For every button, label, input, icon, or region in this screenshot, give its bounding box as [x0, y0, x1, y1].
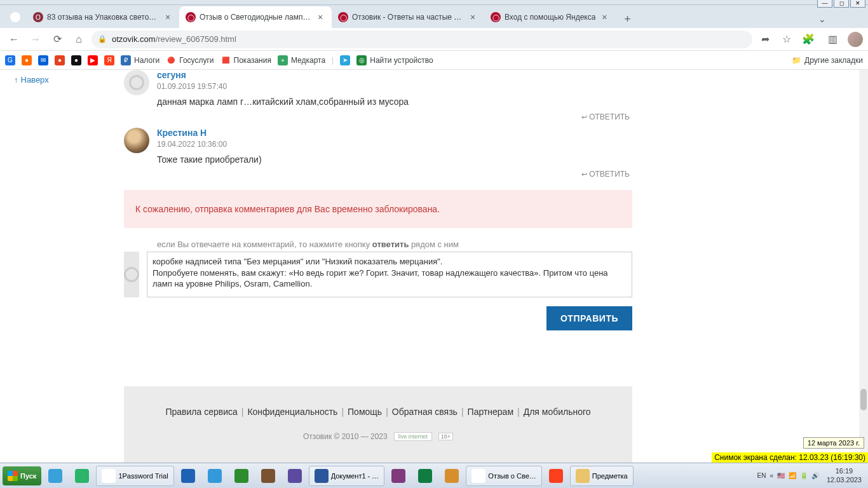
extensions-icon[interactable]: 🧩 — [799, 30, 817, 48]
comment-textarea[interactable] — [147, 252, 632, 297]
bookmark-item[interactable]: 🟥Показания — [220, 55, 271, 65]
taskbar-clock[interactable]: 16:19 12.03.2023 — [823, 467, 865, 484]
user-avatar[interactable] — [124, 70, 149, 95]
bookmark-favicon-icon: ₽ — [121, 55, 131, 65]
comment: Крестина Н 19.04.2022 10:36:00 Тоже таки… — [124, 128, 632, 166]
bookmark-item[interactable]: ▶ — [88, 55, 98, 65]
tab-title: Отзовик - Ответы на частые во… — [352, 13, 464, 22]
bookmark-star-icon[interactable]: ☆ — [778, 30, 796, 48]
bookmark-item[interactable]: ● — [22, 55, 32, 65]
tabs-dropdown-icon[interactable]: ⌄ — [815, 10, 830, 28]
tab-close-icon[interactable]: × — [163, 12, 173, 22]
tab-close-icon[interactable]: × — [315, 12, 325, 22]
window-minimize-button[interactable]: — — [817, 0, 832, 8]
page-footer: Правила сервиса|Конфиденциальность|Помощ… — [124, 386, 632, 463]
footer-link[interactable]: Помощь — [348, 407, 382, 417]
browser-tab[interactable]: G — [4, 6, 27, 28]
taskbar-app-icon — [102, 469, 116, 483]
taskbar-app-icon — [445, 469, 459, 483]
bookmark-item[interactable]: ● — [71, 55, 81, 65]
bookmark-item[interactable]: G — [5, 55, 15, 65]
footer-links: Правила сервиса|Конфиденциальность|Помощ… — [124, 407, 632, 417]
start-button[interactable]: Пуск — [3, 466, 41, 485]
footer-link[interactable]: Для мобильного — [524, 407, 591, 417]
navigation-bar: ← → ⟳ ⌂ 🔒 otzovik.com/review_6067509.htm… — [0, 28, 868, 51]
other-bookmarks[interactable]: 📁Другие закладки — [792, 56, 863, 65]
submit-button[interactable]: ОТПРАВИТЬ — [546, 306, 632, 330]
bookmark-item[interactable]: Я — [104, 55, 114, 65]
taskbar-item[interactable] — [282, 466, 308, 486]
page-scrollbar[interactable] — [859, 70, 868, 463]
browser-tab[interactable]: O83 отзыва на Упаковка светоди…× — [27, 6, 179, 28]
taskbar-app-icon — [181, 469, 195, 483]
language-indicator[interactable]: EN — [757, 472, 766, 479]
taskbar-item[interactable]: Предметка — [570, 466, 634, 486]
scrollbar-thumb[interactable] — [860, 389, 867, 410]
bookmark-item[interactable]: ✉ — [38, 55, 48, 65]
taskbar-item[interactable] — [175, 466, 201, 486]
taskbar-item[interactable] — [412, 466, 438, 486]
tab-close-icon[interactable]: × — [599, 12, 609, 22]
taskbar-app-icon — [418, 469, 432, 483]
back-button[interactable]: ← — [5, 30, 23, 48]
tray-chevron-icon[interactable]: « — [770, 472, 773, 479]
bookmark-item[interactable]: 🔴Госуслуги — [166, 55, 214, 65]
footer-link[interactable]: Конфиденциальность — [247, 407, 337, 417]
window-close-button[interactable]: ✕ — [850, 0, 865, 8]
user-avatar[interactable] — [124, 128, 149, 153]
new-tab-button[interactable]: + — [618, 10, 636, 28]
reload-button[interactable]: ⟳ — [48, 30, 66, 48]
bookmark-favicon-icon: ✉ — [38, 55, 48, 65]
browser-tab[interactable]: ◯Отзыв о Светодиодные лампы F× — [179, 6, 332, 28]
window-maximize-button[interactable]: ◻ — [834, 0, 849, 8]
reply-link[interactable]: ОТВЕТИТЬ — [124, 112, 632, 121]
comment-username[interactable]: Крестина Н — [157, 128, 632, 138]
forward-button[interactable]: → — [27, 30, 44, 48]
share-icon[interactable]: ➦ — [756, 30, 774, 48]
bookmark-favicon-icon: Я — [104, 55, 114, 65]
date-tooltip: 12 марта 2023 г. — [803, 437, 864, 449]
taskbar-item[interactable] — [386, 466, 411, 486]
taskbar-app-icon — [576, 469, 590, 483]
address-bar[interactable]: 🔒 otzovik.com/review_6067509.html — [92, 30, 752, 48]
window-titlebar: — ◻ ✕ — [0, 0, 868, 5]
taskbar-item[interactable] — [202, 466, 227, 486]
bookmark-item[interactable]: ➤ — [340, 55, 350, 65]
volume-icon[interactable]: 🔊 — [811, 472, 819, 479]
folder-icon: 📁 — [792, 56, 801, 65]
taskbar-item[interactable] — [543, 466, 569, 486]
taskbar-item[interactable] — [255, 466, 281, 486]
browser-tab[interactable]: ◯Отзовик - Ответы на частые во…× — [332, 6, 484, 28]
profile-avatar-icon[interactable] — [848, 32, 863, 47]
taskbar-item[interactable] — [69, 466, 95, 486]
taskbar-item[interactable]: 1Password Trial — [96, 466, 173, 486]
bookmark-item[interactable]: ＋Медкарта — [278, 55, 325, 65]
reply-link[interactable]: ОТВЕТИТЬ — [124, 170, 632, 179]
footer-link[interactable]: Партнерам — [468, 407, 513, 417]
flag-icon[interactable]: 🇺🇸 — [777, 472, 785, 479]
scroll-to-top-link[interactable]: ↑ Наверх — [14, 75, 49, 85]
footer-link[interactable]: Обратная связь — [392, 407, 458, 417]
taskbar-item[interactable]: Отзыв о Све… — [466, 466, 541, 486]
reading-list-icon[interactable]: ▥ — [824, 30, 841, 48]
taskbar-item[interactable] — [439, 466, 465, 486]
taskbar-item[interactable]: Документ1 - … — [309, 466, 385, 486]
battery-icon[interactable]: 🔋 — [800, 472, 808, 479]
taskbar-item[interactable] — [43, 466, 68, 486]
bookmark-item[interactable]: ₽Налоги — [121, 55, 159, 65]
taskbar-app-icon — [315, 469, 329, 483]
bookmark-favicon-icon: G — [5, 55, 15, 65]
browser-tab[interactable]: ◯Вход с помощью Яндекса× — [484, 6, 616, 28]
footer-link[interactable]: Правила сервиса — [165, 407, 237, 417]
taskbar-item[interactable] — [229, 466, 254, 486]
bookmark-item[interactable]: ● — [55, 55, 65, 65]
network-icon[interactable]: 📶 — [789, 472, 796, 479]
tab-title: 83 отзыва на Упаковка светоди… — [47, 13, 159, 22]
tab-favicon-icon: ◯ — [186, 12, 196, 22]
tab-favicon-icon: G — [10, 12, 20, 22]
liveinternet-badge[interactable]: live internet — [394, 432, 432, 441]
bookmark-item[interactable]: ◎Найти устройство — [356, 55, 433, 65]
tab-close-icon[interactable]: × — [468, 12, 478, 22]
comment-username[interactable]: сегуня — [157, 70, 632, 80]
home-button[interactable]: ⌂ — [70, 30, 88, 48]
